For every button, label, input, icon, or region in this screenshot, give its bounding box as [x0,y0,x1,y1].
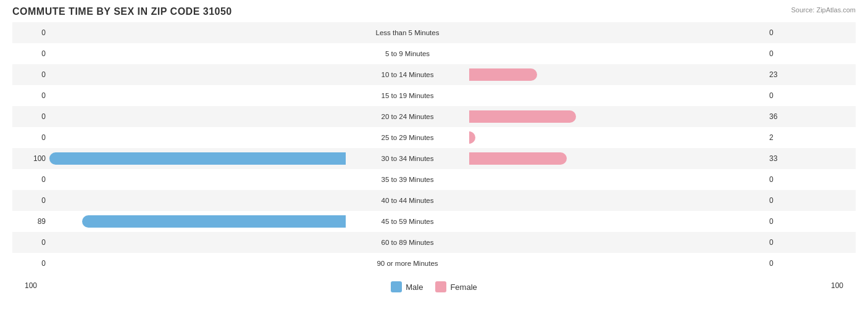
female-bar-area [469,131,766,144]
row-label: 15 to 19 Minutes [346,92,469,99]
male-swatch [391,281,402,292]
chart-area: 0Less than 5 Minutes005 to 9 Minutes0010… [12,22,856,276]
female-bar-area [469,27,766,39]
chart-row: 05 to 9 Minutes0 [12,43,856,64]
chart-row: 10030 to 34 Minutes33 [12,148,856,169]
female-value: 0 [766,217,803,226]
chart-row: 015 to 19 Minutes0 [12,85,856,106]
female-value: 0 [766,49,803,58]
row-label: 5 to 9 Minutes [346,50,469,57]
female-value: 0 [766,259,803,268]
row-label: 30 to 34 Minutes [346,155,469,162]
male-bar-area [49,68,346,81]
legend-area: Male Female [391,281,477,292]
chart-container: COMMUTE TIME BY SEX IN ZIP CODE 31050 So… [0,0,868,322]
row-label: Less than 5 Minutes [346,29,469,36]
female-bar [469,68,537,81]
male-bar-area [49,47,346,60]
chart-row: 0Less than 5 Minutes0 [12,22,856,43]
row-label: 45 to 59 Minutes [346,218,469,225]
male-bar-area [49,257,346,270]
chart-row: 025 to 29 Minutes2 [12,127,856,148]
male-bar-area [49,110,346,123]
bottom-right-label: 100 [831,281,843,290]
male-value: 0 [12,70,49,79]
chart-title: COMMUTE TIME BY SEX IN ZIP CODE 31050 [12,6,856,17]
female-bar-area [469,215,766,228]
female-bar-area [469,173,766,186]
female-value: 36 [766,112,803,121]
row-label: 90 or more Minutes [346,260,469,267]
male-value: 0 [12,238,49,247]
row-label: 20 to 24 Minutes [346,113,469,120]
bottom-left-label: 100 [25,281,37,290]
female-value: 0 [766,196,803,205]
female-value: 2 [766,133,803,142]
male-value: 0 [12,91,49,100]
male-value: 0 [12,133,49,142]
male-value: 89 [12,217,49,226]
male-bar-area [49,89,346,102]
female-swatch [435,281,446,292]
male-value: 0 [12,175,49,184]
bottom-row: 100 Male Female 100 [12,279,856,292]
male-bar-area [49,152,346,165]
female-label: Female [450,283,477,292]
legend-female: Female [435,281,477,292]
male-bar-area [49,27,346,39]
row-label: 25 to 29 Minutes [346,134,469,141]
male-bar-area [49,173,346,186]
chart-row: 8945 to 59 Minutes0 [12,211,856,232]
male-value: 0 [12,259,49,268]
male-value: 0 [12,112,49,121]
male-bar [49,152,346,165]
female-value: 0 [766,91,803,100]
female-value: 0 [766,238,803,247]
chart-row: 060 to 89 Minutes0 [12,232,856,253]
male-bar [82,215,346,228]
female-value: 0 [766,28,803,37]
row-label: 35 to 39 Minutes [346,176,469,183]
source-label: Source: ZipAtlas.com [791,6,856,14]
male-value: 100 [12,154,49,163]
female-bar-area [469,89,766,102]
row-label: 40 to 44 Minutes [346,197,469,204]
female-bar-area [469,152,766,165]
male-bar-area [49,194,346,207]
male-bar-area [49,236,346,249]
male-value: 0 [12,28,49,37]
female-bar [469,131,475,144]
female-bar-area [469,257,766,270]
chart-row: 035 to 39 Minutes0 [12,169,856,190]
male-value: 0 [12,196,49,205]
female-bar-area [469,68,766,81]
row-label: 60 to 89 Minutes [346,239,469,246]
female-bar-area [469,47,766,60]
chart-row: 090 or more Minutes0 [12,253,856,274]
chart-row: 040 to 44 Minutes0 [12,190,856,211]
row-label: 10 to 14 Minutes [346,71,469,78]
male-bar-area [49,215,346,228]
female-value: 33 [766,154,803,163]
female-bar-area [469,110,766,123]
female-bar-area [469,236,766,249]
male-label: Male [406,283,423,292]
female-value: 23 [766,70,803,79]
chart-row: 010 to 14 Minutes23 [12,64,856,85]
male-bar-area [49,131,346,144]
chart-row: 020 to 24 Minutes36 [12,106,856,127]
female-bar [469,152,567,165]
legend-male: Male [391,281,423,292]
female-bar-area [469,194,766,207]
female-bar [469,110,576,123]
female-value: 0 [766,175,803,184]
male-value: 0 [12,49,49,58]
